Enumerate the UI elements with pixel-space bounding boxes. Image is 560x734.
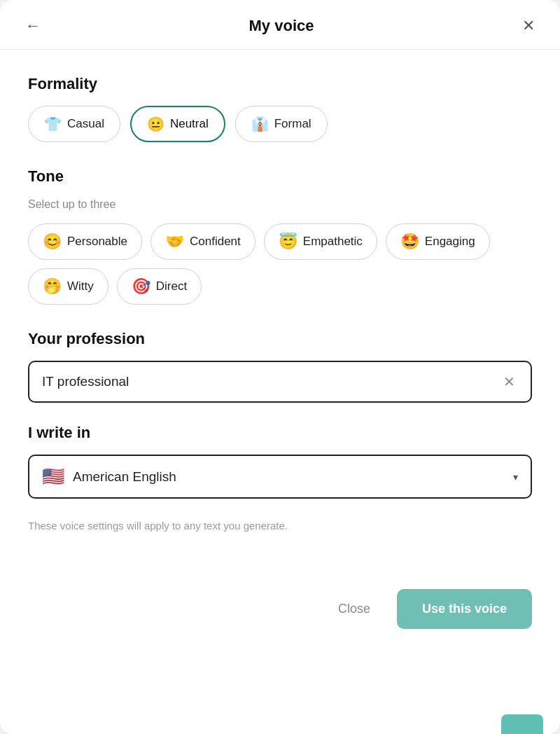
language-title: I write in bbox=[28, 424, 532, 442]
tone-title: Tone bbox=[28, 167, 532, 186]
tone-options: 😊 Personable 🤝 Confident 😇 Empathetic 🤩 … bbox=[28, 223, 532, 305]
language-select[interactable]: 🇺🇸 American English ▾ bbox=[28, 455, 532, 499]
personable-emoji: 😊 bbox=[43, 233, 62, 251]
personable-label: Personable bbox=[67, 235, 127, 249]
modal-header: ← My voice ✕ bbox=[0, 0, 560, 50]
witty-emoji: 🤭 bbox=[43, 277, 62, 296]
formality-section: Formality 👕 Casual 😐 Neutral 👔 Formal bbox=[28, 75, 532, 142]
modal-title: My voice bbox=[249, 17, 314, 35]
witty-label: Witty bbox=[67, 279, 94, 293]
casual-emoji: 👕 bbox=[44, 116, 62, 132]
tone-direct-button[interactable]: 🎯 Direct bbox=[117, 268, 202, 305]
modal-actions: Close Use this voice bbox=[0, 576, 560, 649]
formality-options: 👕 Casual 😐 Neutral 👔 Formal bbox=[28, 106, 532, 142]
formality-neutral-button[interactable]: 😐 Neutral bbox=[130, 106, 225, 142]
tone-empathetic-button[interactable]: 😇 Empathetic bbox=[264, 223, 377, 260]
formality-title: Formality bbox=[28, 75, 532, 93]
direct-label: Direct bbox=[156, 279, 187, 293]
profession-clear-button[interactable]: ✕ bbox=[500, 373, 518, 390]
language-flag: 🇺🇸 bbox=[42, 466, 64, 487]
profession-section: Your profession ✕ bbox=[28, 330, 532, 403]
neutral-emoji: 😐 bbox=[147, 116, 164, 132]
formal-label: Formal bbox=[274, 117, 312, 131]
tone-engaging-button[interactable]: 🤩 Engaging bbox=[386, 223, 490, 260]
direct-emoji: 🎯 bbox=[132, 277, 150, 296]
tone-section: Tone Select up to three 😊 Personable 🤝 C… bbox=[28, 167, 532, 305]
back-button[interactable]: ← bbox=[20, 14, 46, 38]
language-section: I write in 🇺🇸 American English ▾ bbox=[28, 424, 532, 499]
my-voice-modal: ← My voice ✕ Formality 👕 Casual 😐 Neutra… bbox=[0, 0, 560, 734]
confident-emoji: 🤝 bbox=[165, 233, 184, 251]
profession-input-wrapper: ✕ bbox=[28, 361, 532, 403]
modal-content: Formality 👕 Casual 😐 Neutral 👔 Formal To… bbox=[0, 50, 560, 576]
formality-casual-button[interactable]: 👕 Casual bbox=[28, 106, 120, 142]
confident-label: Confident bbox=[190, 235, 241, 249]
casual-label: Casual bbox=[67, 117, 104, 131]
use-voice-button[interactable]: Use this voice bbox=[397, 589, 532, 629]
footer-note: These voice settings will apply to any t… bbox=[28, 520, 532, 532]
engaging-emoji: 🤩 bbox=[400, 233, 419, 251]
chevron-down-icon: ▾ bbox=[513, 471, 518, 483]
profession-title: Your profession bbox=[28, 330, 532, 348]
close-button[interactable]: Close bbox=[326, 593, 383, 625]
tone-subtitle: Select up to three bbox=[28, 198, 532, 211]
profession-input[interactable] bbox=[42, 374, 500, 389]
formality-formal-button[interactable]: 👔 Formal bbox=[235, 106, 328, 142]
formal-emoji: 👔 bbox=[251, 116, 269, 132]
tone-confident-button[interactable]: 🤝 Confident bbox=[150, 223, 255, 260]
empathetic-label: Empathetic bbox=[303, 235, 363, 249]
close-icon-button[interactable]: ✕ bbox=[517, 14, 540, 38]
language-value: American English bbox=[73, 469, 513, 485]
neutral-label: Neutral bbox=[170, 117, 209, 131]
tone-witty-button[interactable]: 🤭 Witty bbox=[28, 268, 108, 305]
tone-personable-button[interactable]: 😊 Personable bbox=[28, 223, 142, 260]
bottom-teal-decoration bbox=[501, 714, 543, 734]
empathetic-emoji: 😇 bbox=[279, 233, 298, 251]
engaging-label: Engaging bbox=[425, 235, 475, 249]
